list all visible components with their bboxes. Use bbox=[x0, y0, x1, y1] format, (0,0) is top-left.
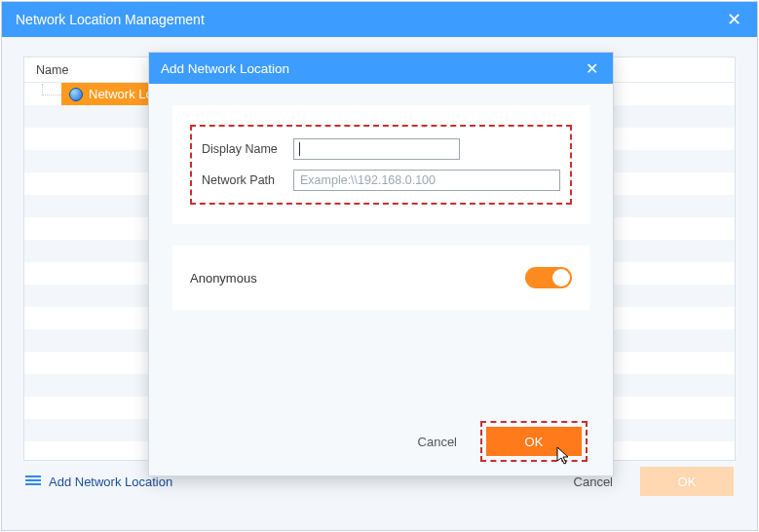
main-ok-button[interactable]: OK bbox=[640, 467, 734, 496]
close-icon: ✕ bbox=[727, 9, 741, 30]
toggle-knob-icon bbox=[552, 269, 570, 286]
dialog-titlebar: Add Network Location ✕ bbox=[149, 53, 613, 84]
list-icon bbox=[25, 475, 41, 487]
tree-connector-icon bbox=[42, 84, 61, 95]
form-panel: Display Name Network Path bbox=[172, 105, 589, 224]
highlighted-ok-area: OK bbox=[480, 421, 588, 462]
anonymous-label: Anonymous bbox=[190, 271, 257, 285]
anonymous-panel: Anonymous bbox=[172, 246, 589, 310]
network-path-label: Network Path bbox=[202, 173, 285, 187]
display-name-label: Display Name bbox=[202, 142, 285, 156]
highlighted-fields-area: Display Name Network Path bbox=[190, 125, 572, 205]
dialog-ok-label: OK bbox=[525, 435, 544, 449]
anonymous-toggle[interactable] bbox=[525, 267, 572, 288]
text-caret-icon bbox=[299, 142, 300, 156]
close-icon: ✕ bbox=[586, 59, 598, 78]
dialog-close-button[interactable]: ✕ bbox=[582, 58, 601, 78]
main-ok-label: OK bbox=[678, 475, 697, 489]
network-path-input[interactable] bbox=[293, 170, 560, 191]
add-location-dialog: Add Network Location ✕ Display Name Netw… bbox=[148, 52, 614, 476]
dialog-ok-button[interactable]: OK bbox=[486, 427, 582, 456]
dialog-cancel-button[interactable]: Cancel bbox=[418, 435, 457, 449]
column-name-header: Name bbox=[36, 63, 68, 77]
globe-icon bbox=[69, 88, 83, 101]
main-close-button[interactable]: ✕ bbox=[724, 10, 743, 29]
main-titlebar: Network Location Management ✕ bbox=[2, 2, 757, 37]
dialog-title: Add Network Location bbox=[161, 61, 289, 76]
display-name-input[interactable] bbox=[293, 138, 460, 160]
main-title: Network Location Management bbox=[16, 12, 205, 27]
